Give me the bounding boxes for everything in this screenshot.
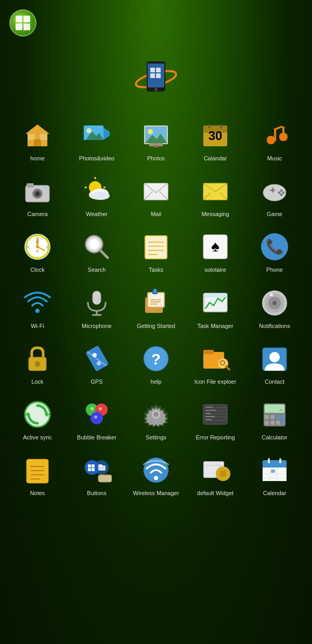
app-label-file-explorer: Icon File exploer — [194, 378, 237, 385]
app-icon-wireless-manager — [138, 452, 174, 488]
app-phone[interactable]: 📞 Phone — [248, 226, 302, 276]
app-task-manager[interactable]: Task Manager — [188, 282, 242, 333]
app-photos-video[interactable]: Photos&video — [70, 115, 124, 165]
app-help[interactable]: ? help — [129, 338, 183, 388]
app-icon-microphone — [79, 285, 114, 321]
app-label-bubble-breaker: Bubble Breaker — [77, 434, 116, 441]
app-buttons[interactable]: Buttons — [70, 449, 124, 500]
app-tasks[interactable]: Tasks — [129, 226, 183, 276]
svg-rect-92 — [93, 291, 101, 305]
svg-point-78 — [89, 239, 99, 249]
app-game[interactable]: Game — [248, 170, 302, 221]
app-messaging[interactable]: Messaging — [188, 170, 242, 221]
app-notes[interactable]: Notes — [10, 449, 64, 500]
app-label-wireless-manager: Wireless Manager — [133, 490, 179, 497]
app-active-sync[interactable]: Active syric — [10, 394, 64, 444]
app-lock[interactable]: Lock — [10, 338, 64, 388]
app-icon-active-sync — [20, 397, 55, 432]
app-icon-contact — [257, 341, 292, 376]
app-camera[interactable]: Camera — [10, 170, 64, 221]
app-calendar2[interactable]: Calendar — [248, 449, 302, 500]
svg-rect-212 — [279, 458, 281, 463]
svg-marker-17 — [103, 128, 110, 140]
app-icon-photos-video — [79, 118, 114, 153]
svg-text:♠: ♠ — [211, 237, 219, 255]
svg-point-49 — [91, 192, 110, 200]
svg-point-189 — [154, 476, 158, 480]
app-label-calculator: Calculator — [262, 434, 288, 441]
svg-rect-13 — [34, 139, 41, 146]
app-solitaire[interactable]: ♠ solotaire — [188, 226, 242, 276]
svg-rect-206 — [263, 465, 287, 468]
svg-rect-180 — [88, 464, 91, 468]
app-contact[interactable]: Contact — [248, 338, 302, 388]
svg-rect-166 — [276, 415, 280, 419]
app-file-explorer[interactable]: Icon File exploer — [188, 338, 242, 388]
svg-text:–: – — [279, 407, 282, 412]
app-mail[interactable]: Mail — [129, 170, 183, 221]
app-weather[interactable]: Weather — [70, 170, 124, 221]
app-icon-file-explorer — [198, 341, 233, 376]
svg-rect-128 — [203, 350, 214, 354]
app-icon-getting-started — [138, 285, 174, 321]
app-music[interactable]: Music — [248, 115, 302, 165]
svg-rect-15 — [40, 134, 47, 140]
svg-rect-169 — [270, 421, 275, 425]
svg-rect-102 — [150, 301, 161, 302]
app-calculator[interactable]: – Calculator — [248, 394, 302, 444]
app-label-buttons: Buttons — [87, 490, 106, 497]
app-home[interactable]: home — [10, 115, 64, 165]
app-icon-game — [257, 173, 292, 209]
app-getting-started[interactable]: Getting Started — [129, 282, 183, 333]
svg-point-123 — [97, 361, 101, 365]
app-error-reporting[interactable]: Error Reporting — [188, 394, 242, 444]
svg-rect-158 — [205, 413, 211, 414]
svg-rect-9 — [150, 73, 155, 78]
svg-rect-32 — [282, 127, 284, 138]
app-label-help: help — [151, 378, 162, 385]
svg-rect-31 — [274, 130, 276, 141]
app-label-notes: Notes — [30, 490, 45, 497]
app-icon-error-reporting — [198, 397, 233, 432]
svg-point-22 — [148, 129, 153, 134]
svg-line-33 — [274, 127, 282, 130]
app-label-gps: GPS — [90, 378, 102, 385]
app-default-widget[interactable]: default Widget — [188, 449, 242, 500]
app-photos[interactable]: Photos — [129, 115, 183, 165]
svg-rect-156 — [205, 407, 213, 408]
svg-point-62 — [280, 190, 283, 192]
windows-logo[interactable] — [9, 9, 36, 36]
app-icon-camera — [20, 173, 55, 209]
app-microphone[interactable]: Microphone — [70, 282, 124, 333]
app-icon-notes — [20, 452, 55, 488]
app-label-photos: Photos — [147, 155, 165, 162]
app-icon-mail — [138, 173, 174, 209]
svg-rect-14 — [28, 134, 35, 140]
app-wifi[interactable]: Wi-Fi — [10, 282, 64, 333]
app-label-photos-video: Photos&video — [79, 155, 114, 162]
app-icon-settings — [138, 397, 174, 432]
app-settings[interactable]: Settings — [129, 394, 183, 444]
app-clock[interactable]: 12 6 9 3 Clock — [10, 226, 64, 276]
svg-rect-106 — [204, 294, 226, 297]
app-search[interactable]: Search — [70, 226, 124, 276]
app-label-task-manager: Task Manager — [197, 323, 233, 330]
app-label-messaging: Messaging — [201, 211, 229, 218]
svg-rect-29 — [209, 124, 211, 129]
svg-point-18 — [86, 128, 92, 133]
app-calendar[interactable]: 30 Calandar — [188, 115, 242, 165]
svg-text:9: 9 — [27, 245, 29, 249]
svg-point-135 — [269, 352, 280, 362]
app-label-mail: Mail — [151, 211, 161, 218]
svg-point-71 — [36, 245, 39, 248]
app-gps[interactable]: GPS — [70, 338, 124, 388]
svg-text:6: 6 — [36, 249, 38, 253]
app-bubble-breaker[interactable]: Bubble Breaker — [70, 394, 124, 444]
svg-point-143 — [90, 407, 94, 410]
svg-rect-103 — [150, 304, 158, 305]
app-notifications[interactable]: Notifications — [248, 282, 302, 333]
app-label-camera: Camera — [27, 211, 47, 218]
app-label-default-widget: default Widget — [197, 490, 233, 497]
app-wireless-manager[interactable]: Wireless Manager — [129, 449, 183, 500]
svg-line-131 — [226, 367, 229, 370]
